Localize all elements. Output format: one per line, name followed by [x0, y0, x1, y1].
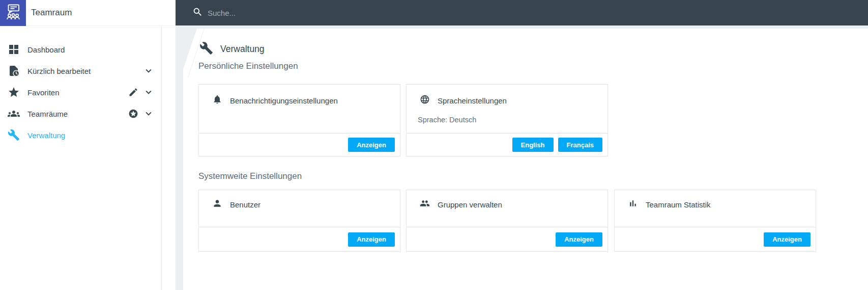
sidebar-item-label: Teamräume [27, 110, 124, 118]
card-body: Spracheinstellungen Sprache: Deutsch [407, 85, 607, 133]
card-benachrichtigungseinstellungen: Benachrichtigungseinstellungen Anzeigen [198, 84, 400, 156]
card-footer: Anzeigen [615, 227, 816, 251]
edit-pencil-icon[interactable] [128, 87, 138, 97]
anzeigen-button[interactable]: Anzeigen [764, 232, 811, 247]
sidebar-item-label: Kürzlich bearbeitet [27, 67, 138, 75]
card-title: Benutzer [230, 200, 261, 209]
anzeigen-button[interactable]: Anzeigen [556, 232, 602, 247]
sidebar-item-favoriten[interactable]: Favoriten [0, 82, 161, 103]
card-footer: Anzeigen [199, 133, 400, 156]
section-heading-systemweite: Systemweite Einstellungen [198, 171, 302, 181]
content-panel: Verwaltung Persönliche Einstellungen Ben… [183, 29, 868, 290]
card-body: Benachrichtigungseinstellungen [199, 85, 400, 133]
wrench-icon [199, 41, 220, 57]
sidebar-item-verwaltung[interactable]: Verwaltung [0, 124, 161, 146]
dashboard-grid-icon [8, 43, 20, 56]
chevron-down-icon[interactable] [143, 65, 154, 76]
card-footer: Anzeigen [407, 227, 607, 251]
bar-chart-icon [628, 198, 646, 210]
card-gruppen-verwalten: Gruppen verwalten Anzeigen [406, 190, 608, 252]
sidebar-item-teamraeume[interactable]: Teamräume [0, 103, 161, 124]
recent-document-clock-icon [8, 65, 20, 77]
card-benutzer: Benutzer Anzeigen [198, 190, 400, 252]
current-language-text: Sprache: Deutsch [418, 116, 597, 124]
section-heading-persoenliche: Persönliche Einstellungen [198, 61, 298, 71]
sidebar-item-label: Dashboard [27, 45, 154, 54]
search-input[interactable] [208, 9, 421, 17]
chevron-down-icon[interactable] [143, 108, 154, 119]
card-body: Benutzer [199, 190, 400, 227]
english-button[interactable]: English [512, 138, 554, 152]
anzeigen-button[interactable]: Anzeigen [348, 138, 395, 152]
main-background: Verwaltung Persönliche Einstellungen Ben… [176, 25, 868, 290]
teamraum-logo[interactable] [0, 0, 26, 26]
brand-header: Teamraum [0, 0, 176, 26]
card-footer: Anzeigen [199, 227, 400, 251]
anzeigen-button[interactable]: Anzeigen [348, 232, 395, 247]
bell-icon [212, 94, 230, 107]
person-icon [212, 198, 230, 210]
search-icon [192, 7, 208, 19]
search-field[interactable] [192, 7, 421, 19]
card-teamraum-statistik: Teamraum Statistik Anzeigen [614, 190, 816, 252]
chevron-down-icon[interactable] [143, 87, 154, 98]
sidebar-item-label: Favoriten [27, 88, 124, 97]
card-spracheinstellungen: Spracheinstellungen Sprache: Deutsch Eng… [406, 84, 608, 156]
wrench-icon [8, 129, 20, 141]
globe-icon [420, 94, 438, 107]
page-title: Verwaltung [220, 44, 265, 55]
sidebar-item-label: Verwaltung [27, 131, 154, 140]
chat-people-icon [4, 2, 23, 23]
app-title: Teamraum [31, 8, 72, 18]
star-icon [8, 86, 20, 98]
card-title: Spracheinstellungen [438, 96, 507, 105]
card-title: Gruppen verwalten [438, 200, 502, 209]
star-circle-icon[interactable] [128, 109, 138, 119]
card-body: Gruppen verwalten [407, 190, 607, 227]
sidebar-item-dashboard[interactable]: Dashboard [0, 39, 161, 60]
sidebar: Dashboard Kürzlich bearbeitet Favoriten [0, 26, 162, 290]
card-body: Teamraum Statistik [615, 190, 816, 227]
groups-icon [8, 108, 20, 120]
card-footer: English Français [407, 133, 607, 156]
francais-button[interactable]: Français [558, 138, 602, 152]
top-search-bar [176, 0, 868, 25]
card-title: Teamraum Statistik [646, 200, 711, 209]
page-header: Verwaltung [199, 41, 265, 57]
card-title: Benachrichtigungseinstellungen [230, 96, 338, 105]
sidebar-item-kuerzlich-bearbeitet[interactable]: Kürzlich bearbeitet [0, 60, 161, 82]
people-icon [420, 198, 438, 210]
